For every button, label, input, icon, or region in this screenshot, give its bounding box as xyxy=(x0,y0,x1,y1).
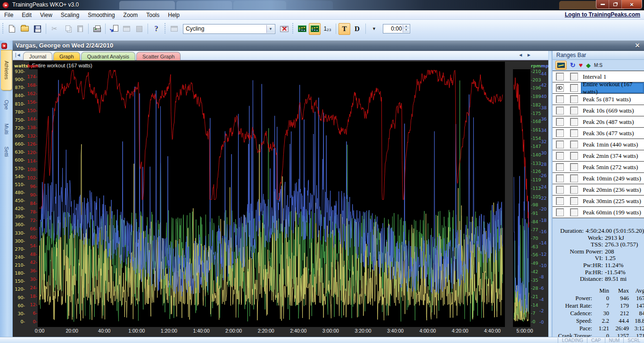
sidebar-tab-athletes[interactable]: Athletes xyxy=(1,50,12,90)
select-checkbox[interactable] xyxy=(570,73,578,81)
visibility-checkbox[interactable] xyxy=(556,197,564,205)
visibility-checkbox[interactable] xyxy=(556,129,564,137)
open-file-button[interactable] xyxy=(19,23,31,35)
combo-dropdown-icon[interactable]: ▼ xyxy=(266,25,274,33)
workout-close-icon[interactable]: ✕ xyxy=(634,42,641,49)
sidebar-tab-setti[interactable]: Setti xyxy=(1,142,12,162)
select-checkbox[interactable] xyxy=(570,186,578,194)
tab-journal[interactable]: Journal xyxy=(23,52,52,60)
select-checkbox[interactable] xyxy=(570,208,578,216)
numbers-view-button[interactable]: 1₂₃ xyxy=(322,23,333,35)
ytick-bpm: 60- xyxy=(25,235,37,240)
delete-workout-button[interactable] xyxy=(278,23,290,35)
ytick-mph: -28 xyxy=(539,162,548,167)
heart-icon[interactable]: ♥ xyxy=(579,61,583,69)
distance-axis-button[interactable]: D xyxy=(351,23,363,35)
select-checkbox[interactable] xyxy=(570,106,578,114)
sport-type-selector[interactable]: Cycling ▼ xyxy=(183,24,275,34)
print-button[interactable] xyxy=(91,23,103,35)
smoothing-time-spinner[interactable]: 0:00 ▴▾ xyxy=(383,24,410,33)
visibility-checkbox[interactable] xyxy=(556,208,564,216)
panel-splitter[interactable] xyxy=(548,51,552,337)
minimize-button[interactable] xyxy=(596,0,609,8)
visibility-checkbox[interactable] xyxy=(556,118,564,126)
ytick-rpm: -112 xyxy=(531,186,540,191)
visibility-checkbox[interactable] xyxy=(556,140,564,148)
ytick-watts: 690- xyxy=(13,134,25,139)
select-checkbox[interactable] xyxy=(570,197,578,205)
close-button[interactable]: × xyxy=(622,0,642,8)
options-dropdown-button[interactable]: ▼ xyxy=(368,23,380,35)
menu-scaling[interactable]: Scaling xyxy=(57,11,83,19)
range-row[interactable]: Peak 60min (199 watts) xyxy=(553,207,644,218)
range-row[interactable]: Peak 5min (272 watts) xyxy=(553,162,644,173)
summary-label: Speed: xyxy=(553,317,592,325)
visibility-checkbox[interactable] xyxy=(556,152,564,160)
refresh-icon[interactable]: ↻ xyxy=(570,61,576,69)
combined-graph-button[interactable] xyxy=(309,23,321,35)
menu-tools[interactable]: Tools xyxy=(142,11,164,19)
tab-scroll-first-icon[interactable]: |◄ xyxy=(15,52,21,57)
visibility-checkbox[interactable] xyxy=(556,106,564,114)
select-checkbox[interactable] xyxy=(570,84,578,92)
range-row[interactable]: Peak 5s (871 watts) xyxy=(553,94,644,105)
restore-button[interactable] xyxy=(609,0,622,8)
range-row[interactable]: Peak 20s (487 watts) xyxy=(553,116,644,128)
select-checkbox[interactable] xyxy=(570,140,578,148)
spinner-arrows[interactable]: ▴▾ xyxy=(403,25,409,33)
stacked-graph-button[interactable] xyxy=(296,23,308,35)
menu-help[interactable]: Help xyxy=(164,11,184,19)
new-file-button[interactable] xyxy=(6,23,18,35)
range-row[interactable]: Peak 30s (477 watts) xyxy=(553,128,644,139)
ytick-bpm: 0- xyxy=(25,319,37,324)
select-checkbox[interactable] xyxy=(570,163,578,171)
menu-smoothing[interactable]: Smoothing xyxy=(83,11,119,19)
menu-edit[interactable]: Edit xyxy=(17,11,36,19)
login-link[interactable]: Login to TrainingPeaks.com xyxy=(565,11,640,18)
visibility-checkbox[interactable] xyxy=(556,73,564,81)
ytick-watts: 270- xyxy=(13,247,25,252)
xtick: 4:00:00 xyxy=(420,328,436,334)
tab-quadrant-analysis[interactable]: Quadrant Analysis xyxy=(81,52,135,60)
ytick-watts: 420- xyxy=(13,206,25,211)
tab-nav-arrows[interactable]: ◄► xyxy=(518,52,535,57)
range-row[interactable]: Entire workout (167 watts) xyxy=(553,82,644,94)
ytick-bpm: 114- xyxy=(25,159,37,163)
toolbar-grip xyxy=(164,23,166,34)
ytick-watts: 210- xyxy=(13,263,25,268)
select-checkbox[interactable] xyxy=(570,129,578,137)
sidebar-tab-multi[interactable]: Multi xyxy=(1,118,12,139)
menu-file[interactable]: File xyxy=(0,11,17,19)
ranges-graph-toggle-button[interactable] xyxy=(555,61,567,70)
visibility-checkbox[interactable] xyxy=(556,95,564,103)
workout-graph[interactable]: Entire workout (167 watts) wattsbpmrpmmp… xyxy=(13,60,548,337)
graph-canvas[interactable] xyxy=(38,69,530,327)
tab-graph[interactable]: Graph xyxy=(53,52,80,60)
visibility-checkbox[interactable] xyxy=(556,174,564,182)
spin-down-icon[interactable]: ▾ xyxy=(403,29,409,33)
tab-scatter-graph[interactable]: Scatter Graph xyxy=(136,52,181,60)
wko-red-icon xyxy=(1,43,7,49)
select-checkbox[interactable] xyxy=(570,95,578,103)
select-checkbox[interactable] xyxy=(570,152,578,160)
visibility-checkbox[interactable] xyxy=(556,163,564,171)
diamond-icon[interactable]: ◆ xyxy=(586,62,591,69)
visibility-checkbox[interactable] xyxy=(556,84,564,92)
menu-zoom[interactable]: Zoom xyxy=(119,11,142,19)
visibility-checkbox[interactable] xyxy=(556,186,564,194)
time-axis-button[interactable]: T xyxy=(339,23,350,35)
menu-view[interactable]: View xyxy=(36,11,57,19)
range-row[interactable]: Peak 20min (236 watts) xyxy=(553,184,644,196)
range-row[interactable]: Peak 10s (669 watts) xyxy=(553,105,644,116)
summary-avg: 167 xyxy=(629,294,644,302)
range-row[interactable]: Peak 30min (225 watts) xyxy=(553,196,644,207)
select-checkbox[interactable] xyxy=(570,174,578,182)
help-button[interactable]: ? xyxy=(150,23,162,35)
range-row[interactable]: Peak 10min (249 watts) xyxy=(553,173,644,184)
range-row[interactable]: Peak 1min (440 watts) xyxy=(553,139,644,150)
range-row[interactable]: Peak 2min (374 watts) xyxy=(553,150,644,162)
export-button[interactable] xyxy=(108,23,120,35)
select-checkbox[interactable] xyxy=(570,118,578,126)
save-button[interactable] xyxy=(32,23,43,35)
sidebar-tab-ope[interactable]: Ope xyxy=(1,93,12,116)
